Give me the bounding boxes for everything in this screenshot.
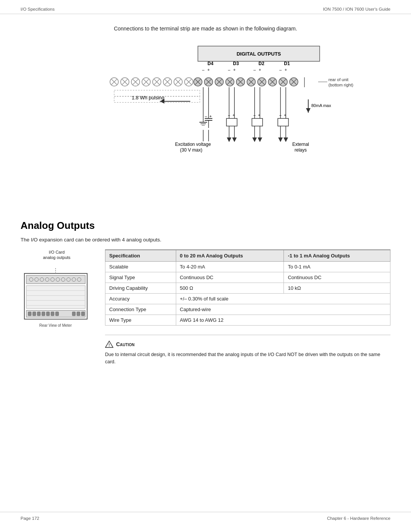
svg-marker-125	[284, 137, 288, 142]
svg-marker-122	[252, 137, 257, 142]
caution-section: ! Caution Due to internal circuit design…	[105, 335, 390, 366]
svg-rect-101	[226, 118, 237, 126]
table-row: Scalable To 4-20 mA To 0-1 mA	[105, 262, 390, 272]
analog-section: I/O Card analog outputs	[21, 249, 390, 366]
svg-text:D1: D1	[284, 61, 290, 66]
val-connection: Captured-wire	[176, 304, 390, 315]
svg-text:Rear View of Meter: Rear View of Meter	[39, 323, 72, 328]
diagram-container: DIGITAL OUTPUTS D4 D3 D2 D1 – + – + – + …	[21, 42, 390, 206]
footer-right: Chapter 6 - Hardware Reference	[327, 516, 390, 521]
col-header-spec: Specification	[105, 250, 176, 262]
left-terminals	[110, 78, 193, 86]
svg-text:+: +	[233, 67, 236, 72]
val-wire: AWG 14 to AWG 12	[176, 315, 390, 326]
svg-rect-155	[72, 312, 75, 316]
svg-rect-150	[37, 312, 40, 316]
svg-text:–: –	[202, 67, 205, 72]
svg-text:–: –	[228, 67, 231, 72]
table-row: Driving Capability 500 Ω 10 kΩ	[105, 283, 390, 294]
svg-text:(bottom right): (bottom right)	[328, 83, 353, 87]
svg-text:External: External	[292, 142, 309, 147]
spec-accuracy: Accuracy	[105, 294, 176, 304]
val-scalable-1: To 0-1 mA	[284, 262, 390, 272]
val-driving-1: 10 kΩ	[284, 283, 390, 294]
caution-icon: !	[105, 340, 113, 348]
svg-text:–: –	[279, 67, 282, 72]
svg-rect-154	[56, 312, 59, 316]
svg-rect-153	[51, 312, 54, 316]
digital-outputs-label: DIGITAL OUTPUTS	[237, 51, 281, 57]
spec-signal-type: Signal Type	[105, 272, 176, 283]
svg-text:+: +	[209, 114, 212, 118]
svg-text:–: –	[253, 113, 256, 117]
caution-text: Due to internal circuit design, it is re…	[105, 351, 390, 366]
val-signal-1: Continuous DC	[284, 272, 390, 283]
svg-text:+: +	[259, 67, 261, 72]
svg-marker-120	[227, 137, 231, 142]
svg-text:+: +	[284, 113, 286, 117]
svg-marker-123	[258, 137, 262, 142]
col-header-1ma: -1 to 1 mA Analog Outputs	[284, 250, 390, 262]
spec-driving: Driving Capability	[105, 283, 176, 294]
wiring-diagram: DIGITAL OUTPUTS D4 D3 D2 D1 – + – + – + …	[68, 42, 342, 206]
header-left: I/O Specifications	[21, 7, 54, 11]
svg-text:+: +	[258, 113, 260, 117]
svg-rect-149	[33, 312, 36, 316]
val-scalable-0-20: To 4-20 mA	[176, 262, 284, 272]
svg-rect-152	[46, 312, 49, 316]
table-row: Connection Type Captured-wire	[105, 304, 390, 315]
col-header-0-20ma: 0 to 20 mA Analog Outputs	[176, 250, 284, 262]
svg-text:D4: D4	[207, 61, 213, 66]
val-driving-0-20: 500 Ω	[176, 283, 284, 294]
spec-scalable: Scalable	[105, 262, 176, 272]
svg-rect-148	[28, 312, 31, 316]
svg-text:–: –	[279, 113, 282, 117]
val-signal-0-20: Continuous DC	[176, 272, 284, 283]
meter-diagram-container: I/O Card analog outputs	[21, 249, 93, 334]
svg-text:D2: D2	[258, 61, 264, 66]
svg-rect-111	[278, 118, 288, 126]
caution-title: ! Caution	[105, 340, 390, 348]
right-terminals	[194, 77, 304, 87]
io-card-label: I/O Card analog outputs	[21, 249, 93, 260]
caution-label: Caution	[116, 341, 134, 347]
page-header: I/O Specifications ION 7500 / ION 7600 U…	[0, 0, 411, 14]
val-accuracy: +/– 0.30% of full scale	[176, 294, 390, 304]
svg-text:–: –	[205, 114, 207, 118]
spec-wire: Wire Type	[105, 315, 176, 326]
specifications-table: Specification 0 to 20 mA Analog Outputs …	[105, 249, 390, 326]
analog-section-intro: The I/O expansion card can be ordered wi…	[21, 237, 390, 243]
svg-text:!: !	[108, 343, 110, 347]
svg-text:D3: D3	[233, 61, 239, 66]
svg-rect-151	[42, 312, 45, 316]
svg-text:80mA max: 80mA max	[311, 103, 331, 108]
svg-text:relays: relays	[295, 147, 307, 153]
svg-text:–: –	[228, 113, 230, 117]
intro-text: Connections to the terminal strip are ma…	[21, 26, 390, 32]
meter-svg: Rear View of Meter	[21, 262, 91, 332]
table-row: Accuracy +/– 0.30% of full scale	[105, 294, 390, 304]
svg-text:–: –	[253, 67, 256, 72]
svg-rect-142	[26, 286, 85, 308]
svg-rect-156	[77, 312, 80, 316]
svg-text:Excitation voltage: Excitation voltage	[175, 142, 211, 147]
table-header-row: Specification 0 to 20 mA Analog Outputs …	[105, 250, 390, 262]
specifications-table-section: Specification 0 to 20 mA Analog Outputs …	[105, 249, 390, 366]
table-row: Wire Type AWG 14 to AWG 12	[105, 315, 390, 326]
header-right: ION 7500 / ION 7600 User's Guide	[323, 7, 390, 11]
svg-marker-97	[306, 108, 311, 113]
svg-text:1.8 Wh pulsing: 1.8 Wh pulsing	[132, 95, 164, 101]
svg-text:rear of unit: rear of unit	[328, 77, 349, 82]
svg-marker-121	[232, 137, 237, 142]
svg-rect-106	[252, 118, 263, 126]
page-footer: Page 172 Chapter 6 - Hardware Reference	[0, 512, 411, 524]
svg-rect-157	[81, 312, 84, 316]
table-row: Signal Type Continuous DC Continuous DC	[105, 272, 390, 283]
footer-left: Page 172	[21, 516, 39, 521]
svg-text:+: +	[233, 113, 235, 117]
main-content: Connections to the terminal strip are ma…	[0, 14, 411, 396]
svg-text:+: +	[207, 67, 210, 72]
svg-text:(30 V max): (30 V max)	[180, 147, 202, 153]
svg-text:+: +	[285, 67, 287, 72]
spec-connection: Connection Type	[105, 304, 176, 315]
